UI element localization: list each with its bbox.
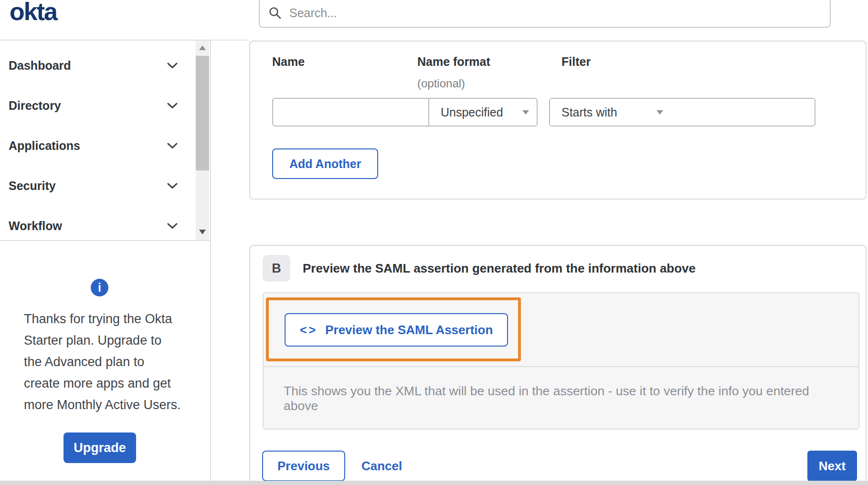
preview-panel: <> Preview the SAML Assertion This shows… (263, 292, 859, 430)
name-column-label: Name (272, 55, 305, 69)
sidebar-item-label: Applications (9, 139, 80, 153)
sidebar-border (210, 40, 211, 481)
chevron-down-icon (167, 63, 178, 69)
optional-hint: (optional) (417, 77, 465, 90)
trial-line: more Monthly Active Users. (24, 394, 196, 416)
chevron-down-icon (167, 223, 178, 229)
name-format-column-label: Name format (417, 55, 490, 69)
select-caret-icon (656, 110, 663, 115)
attribute-statements-card: Name Name format (optional) Filter Unspe… (249, 41, 867, 200)
sidebar-item-label: Security (9, 179, 56, 193)
attribute-name-input[interactable] (273, 99, 428, 126)
scroll-down-arrow-icon[interactable] (199, 230, 206, 234)
chevron-down-icon (167, 183, 178, 189)
select-caret-icon (522, 110, 529, 115)
trial-line: the Advanced plan to (24, 351, 196, 373)
divider (211, 40, 249, 41)
sidebar-item-directory[interactable]: Directory (0, 85, 210, 126)
preview-saml-assertion-button[interactable]: <> Preview the SAML Assertion (285, 313, 508, 347)
preview-section-title: Preview the SAML assertion generated fro… (303, 261, 696, 276)
scroll-up-arrow-icon[interactable] (199, 45, 206, 50)
trial-line: create more apps and get (24, 373, 196, 394)
scrollbar-thumb[interactable] (196, 56, 209, 170)
info-icon: i (91, 279, 108, 296)
trial-notice-text: Thanks for trying the Okta Starter plan.… (24, 308, 196, 416)
step-b-badge: B (263, 255, 290, 282)
filter-group: Starts with (549, 98, 815, 127)
sidebar-item-security[interactable]: Security (0, 166, 210, 206)
sidebar-item-applications[interactable]: Applications (0, 126, 210, 166)
preview-assertion-card: B Preview the SAML assertion generated f… (249, 245, 867, 485)
sidebar-item-workflow[interactable]: Workflow (0, 206, 210, 246)
sidebar-item-label: Directory (9, 99, 61, 113)
sidebar-item-label: Workflow (9, 219, 62, 233)
sidebar-scrollbar[interactable] (196, 41, 209, 240)
name-format-select[interactable]: Unspecified (428, 99, 537, 126)
search-icon (268, 6, 282, 20)
upgrade-button[interactable]: Upgrade (64, 432, 136, 463)
sidebar-item-label: Dashboard (9, 59, 71, 73)
add-another-button[interactable]: Add Another (272, 148, 378, 179)
bottom-scrollbar-strip[interactable] (0, 481, 868, 485)
sidebar-nav: Dashboard Directory Applications Securit… (0, 40, 210, 241)
name-and-format-group: Unspecified (272, 98, 538, 127)
filter-column-label: Filter (561, 55, 591, 69)
okta-admin-screen: okta Dashboard Directory Applications Se… (0, 0, 868, 485)
previous-button[interactable]: Previous (262, 451, 345, 481)
filter-type-value: Starts with (561, 105, 617, 119)
sidebar-item-dashboard[interactable]: Dashboard (0, 45, 210, 85)
search-input[interactable] (288, 0, 830, 27)
code-icon: <> (300, 323, 318, 337)
chevron-down-icon (167, 103, 178, 109)
filter-value-input[interactable] (671, 99, 815, 126)
preview-description: This shows you the XML that will be used… (284, 367, 839, 430)
trial-line: Starter plan. Upgrade to (24, 330, 196, 351)
search-bar[interactable] (259, 0, 831, 28)
filter-type-select[interactable]: Starts with (550, 99, 671, 126)
preview-button-label: Preview the SAML Assertion (325, 323, 493, 337)
okta-logo[interactable]: okta (10, 0, 57, 26)
name-format-value: Unspecified (441, 105, 503, 119)
next-button[interactable]: Next (807, 451, 857, 481)
cancel-button[interactable]: Cancel (357, 451, 407, 481)
chevron-down-icon (167, 143, 178, 149)
trial-line: Thanks for trying the Okta (24, 308, 196, 330)
